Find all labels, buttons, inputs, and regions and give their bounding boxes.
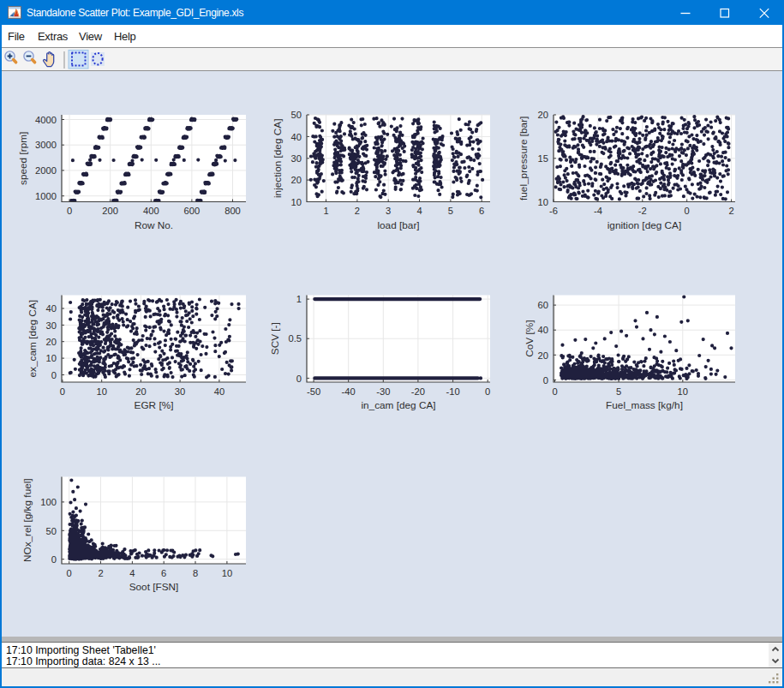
svg-text:4: 4 xyxy=(129,568,135,578)
svg-text:20: 20 xyxy=(538,110,548,120)
svg-text:4000: 4000 xyxy=(35,115,57,125)
svg-text:3: 3 xyxy=(386,206,391,216)
svg-text:4: 4 xyxy=(416,206,422,216)
svg-text:0: 0 xyxy=(60,386,65,397)
svg-text:20: 20 xyxy=(291,175,302,185)
svg-text:Soot [FSN]: Soot [FSN] xyxy=(129,581,179,593)
svg-text:NOx_rel [g/kg fuel]: NOx_rel [g/kg fuel] xyxy=(21,478,33,562)
svg-text:-6: -6 xyxy=(549,206,558,216)
svg-text:-20: -20 xyxy=(411,386,425,397)
svg-text:60: 60 xyxy=(538,300,548,310)
svg-text:SCV [-]: SCV [-] xyxy=(270,322,282,355)
svg-text:5: 5 xyxy=(448,206,453,216)
svg-text:0: 0 xyxy=(485,386,490,397)
svg-text:50: 50 xyxy=(46,526,57,536)
svg-text:40: 40 xyxy=(538,325,548,335)
svg-text:0: 0 xyxy=(685,206,690,216)
svg-text:10: 10 xyxy=(291,197,302,207)
svg-text:6: 6 xyxy=(479,206,484,216)
svg-text:3000: 3000 xyxy=(35,140,57,150)
svg-text:0: 0 xyxy=(296,374,302,384)
svg-text:800: 800 xyxy=(224,206,241,216)
svg-text:10: 10 xyxy=(222,568,232,578)
svg-text:2: 2 xyxy=(728,206,733,216)
svg-text:2000: 2000 xyxy=(35,165,57,176)
svg-text:load [bar]: load [bar] xyxy=(377,219,419,231)
svg-text:20: 20 xyxy=(135,386,146,397)
svg-text:1: 1 xyxy=(296,294,302,304)
svg-text:-4: -4 xyxy=(594,206,602,216)
svg-text:0: 0 xyxy=(552,386,557,397)
svg-text:-50: -50 xyxy=(307,386,320,397)
svg-text:30: 30 xyxy=(291,153,302,164)
svg-text:20: 20 xyxy=(46,337,57,347)
svg-text:Row No.: Row No. xyxy=(135,219,173,231)
svg-text:0: 0 xyxy=(543,375,548,386)
svg-text:CoV [%]: CoV [%] xyxy=(524,320,536,357)
svg-text:0: 0 xyxy=(67,568,72,578)
svg-text:30: 30 xyxy=(175,386,185,397)
svg-text:1000: 1000 xyxy=(35,191,57,201)
svg-text:5: 5 xyxy=(616,386,621,397)
svg-text:600: 600 xyxy=(184,206,200,216)
svg-text:-30: -30 xyxy=(376,386,390,397)
svg-text:200: 200 xyxy=(102,206,118,216)
svg-text:400: 400 xyxy=(143,206,159,216)
svg-text:20: 20 xyxy=(538,350,548,361)
svg-text:40: 40 xyxy=(214,386,224,397)
svg-text:2: 2 xyxy=(98,568,103,578)
svg-text:10: 10 xyxy=(46,353,57,363)
svg-text:10: 10 xyxy=(538,197,548,207)
svg-text:speed [rpm]: speed [rpm] xyxy=(18,132,30,185)
svg-text:-10: -10 xyxy=(446,386,460,397)
svg-text:Fuel_mass [kg/h]: Fuel_mass [kg/h] xyxy=(606,399,683,411)
svg-text:2: 2 xyxy=(355,206,360,216)
svg-text:6: 6 xyxy=(161,568,166,578)
svg-text:10: 10 xyxy=(678,386,688,397)
svg-text:-40: -40 xyxy=(342,386,356,397)
svg-text:ignition [deg CA]: ignition [deg CA] xyxy=(607,219,682,231)
svg-text:EGR [%]: EGR [%] xyxy=(135,399,174,411)
svg-text:50: 50 xyxy=(291,110,302,120)
svg-text:fuel_pressure [bar]: fuel_pressure [bar] xyxy=(518,117,530,200)
svg-text:in_cam [deg CA]: in_cam [deg CA] xyxy=(361,399,435,411)
svg-text:100: 100 xyxy=(40,497,57,507)
svg-text:30: 30 xyxy=(46,320,57,331)
svg-text:1: 1 xyxy=(323,206,328,216)
svg-text:-2: -2 xyxy=(638,206,647,216)
svg-text:8: 8 xyxy=(193,568,198,578)
svg-text:40: 40 xyxy=(291,132,302,142)
svg-text:0: 0 xyxy=(67,206,72,216)
svg-text:40: 40 xyxy=(46,303,57,314)
svg-text:10: 10 xyxy=(96,386,106,397)
svg-text:0.5: 0.5 xyxy=(288,333,302,344)
svg-text:injection [deg CA]: injection [deg CA] xyxy=(272,119,284,198)
svg-text:15: 15 xyxy=(538,153,548,164)
svg-text:ex_cam [deg CA]: ex_cam [deg CA] xyxy=(27,300,39,378)
svg-text:0: 0 xyxy=(51,370,57,380)
svg-text:0: 0 xyxy=(51,554,57,565)
